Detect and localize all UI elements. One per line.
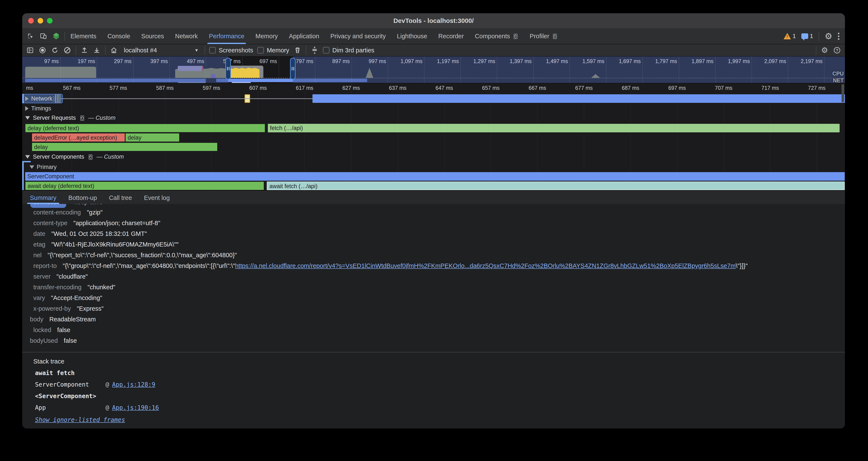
tab-console[interactable]: Console — [102, 28, 135, 44]
help-icon[interactable]: ? — [833, 46, 841, 54]
flame-bar[interactable] — [312, 94, 845, 103]
details-tab-call-tree[interactable]: Call tree — [104, 192, 137, 204]
flame-bar[interactable]: fetch (…/api) — [268, 124, 840, 132]
tab-label: Sources — [141, 33, 164, 40]
property-key: transfer-encoding — [33, 282, 82, 292]
details-tab-event-log[interactable]: Event log — [139, 192, 175, 204]
property-row-content-encoding[interactable]: content-encoding"gzip" — [22, 207, 845, 218]
timeline-overview[interactable]: 97 ms197 ms297 ms397 ms497 ms597 ms697 m… — [22, 56, 845, 83]
property-row-vary[interactable]: vary"Accept-Encoding" — [22, 292, 845, 303]
tab-recorder[interactable]: Recorder — [433, 28, 469, 44]
overview-right-handle[interactable] — [290, 58, 296, 80]
inspect-element-icon[interactable] — [27, 32, 35, 40]
tab-privacy-and-security[interactable]: Privacy and security — [325, 28, 392, 44]
settings-gear-icon[interactable]: ⚙ — [825, 32, 832, 40]
tab-label: Application — [289, 33, 319, 40]
tab-network[interactable]: Network — [169, 28, 203, 44]
details-tabbar: SummaryBottom-upCall treeEvent log — [22, 191, 845, 204]
dim-3rd-parties-checkbox[interactable]: Dim 3rd parties — [323, 47, 374, 54]
property-value: false — [64, 335, 77, 346]
performance-toolbar: localhost #4 ▼ Screenshots Memory Dim 3 — [22, 44, 845, 56]
property-row-server[interactable]: server"cloudflare" — [22, 271, 845, 282]
flame-bar[interactable]: delay (deferred text) — [25, 124, 265, 132]
property-row-nel[interactable]: nel"{\"report_to\":\"cf-nel\",\"success_… — [22, 250, 845, 260]
network-track-label[interactable]: Network — [25, 95, 52, 102]
property-row-date[interactable]: date"Wed, 01 Oct 2025 18:32:01 GMT" — [22, 228, 845, 239]
stack-frame-source-link[interactable]: App.js:190:16 — [112, 404, 159, 411]
overview-tick-label: 97 ms — [44, 58, 60, 64]
panel-settings-gear-icon[interactable]: ⚙ — [820, 46, 829, 54]
server-components-header-label[interactable]: Server Components— Custom — [25, 153, 124, 160]
extension-gem-icon[interactable] — [52, 32, 60, 40]
property-row-content-type[interactable]: content-type"application/json; charset=u… — [22, 218, 845, 228]
server-requests-header-label[interactable]: Server Requests— Custom — [25, 115, 116, 121]
ruler-tick-label: 597 ms — [203, 85, 220, 91]
tab-application[interactable]: Application — [283, 28, 325, 44]
profile-history-select[interactable]: localhost #4 ▼ — [122, 47, 200, 54]
flame-scrollbar-thumb[interactable] — [841, 84, 844, 103]
property-value: "gzip" — [87, 207, 103, 218]
toolbar-divider-5 — [816, 46, 816, 55]
issues-warning[interactable]: ! 1 — [784, 33, 796, 39]
property-row-bodyused[interactable]: bodyUsedfalse — [22, 335, 845, 346]
tab-sources[interactable]: Sources — [135, 28, 169, 44]
live-metrics-home-icon[interactable] — [110, 46, 118, 54]
property-key: x-powered-by — [33, 303, 71, 314]
console-messages[interactable]: 1 — [801, 33, 813, 39]
overview-gridline — [206, 56, 206, 83]
devtools-window: DevTools - localhost:3000/ ElementsConso… — [22, 13, 845, 429]
chat-count: 1 — [810, 33, 813, 39]
tab-components[interactable]: Components — [469, 28, 524, 44]
ruler-tick-label: 647 ms — [435, 85, 453, 91]
screenshots-checkbox-box — [209, 47, 216, 54]
stack-frame-function: App — [35, 404, 105, 411]
show-ignore-listed-frames-link[interactable]: Show ignore-listed frames — [22, 413, 845, 423]
flame-bar[interactable]: await delay (deferred text) — [25, 181, 264, 190]
more-options-icon[interactable] — [838, 33, 839, 40]
stack-frame-at: @ — [105, 404, 109, 411]
device-toolbar-icon[interactable] — [39, 32, 48, 40]
tab-performance[interactable]: Performance — [203, 28, 250, 44]
tab-memory[interactable]: Memory — [250, 28, 283, 44]
flame-bar[interactable]: delayedError (…ayed exception) — [32, 133, 125, 142]
clear-icon[interactable] — [63, 46, 71, 54]
tab-elements[interactable]: Elements — [65, 28, 102, 44]
primary-subtrack-label[interactable]: Primary — [29, 164, 57, 170]
flame-bar[interactable]: delay — [32, 143, 218, 151]
tab-lighthouse[interactable]: Lighthouse — [391, 28, 433, 44]
record-and-reload-icon[interactable] — [51, 46, 59, 54]
details-tab-summary[interactable]: Summary — [25, 192, 62, 204]
property-row-body[interactable]: bodyReadableStream — [22, 314, 845, 324]
timings-track-label[interactable]: Timings — [25, 105, 51, 112]
flame-bar[interactable]: ServerComponent — [25, 172, 845, 181]
overview-gridline — [279, 56, 279, 83]
property-row-etag[interactable]: etag"W/\"4b1-RjEJloX9kRinu6F0MAZMmy6E5iA… — [22, 239, 845, 250]
overview-gridline — [497, 56, 497, 83]
flame-bar[interactable]: delay — [125, 133, 179, 142]
property-row-report-to[interactable]: report-to"{\"group\":\"cf-nel\",\"max_ag… — [22, 260, 845, 271]
property-row-locked[interactable]: lockedfalse — [22, 324, 845, 335]
toolbar-divider-3 — [205, 46, 205, 55]
load-profile-icon[interactable] — [80, 46, 88, 54]
overview-left-handle[interactable] — [225, 58, 231, 80]
desktop-backdrop: DevTools - localhost:3000/ ElementsConso… — [0, 0, 868, 461]
details-tab-bottom-up[interactable]: Bottom-up — [63, 192, 102, 204]
flame-bar-selected[interactable]: await fetch (…/api) — [267, 181, 844, 190]
property-row-x-powered-by[interactable]: x-powered-by"Express" — [22, 303, 845, 314]
save-profile-icon[interactable] — [93, 46, 101, 54]
record-icon[interactable] — [38, 46, 46, 54]
property-row-connection[interactable]: connection"keep-alive" — [22, 204, 845, 207]
collect-garbage-icon[interactable] — [293, 46, 302, 54]
memory-checkbox[interactable]: Memory — [257, 47, 289, 54]
report-endpoint-link[interactable]: https://a.nel.cloudflare.com/report/v4?s… — [235, 262, 736, 269]
tab-profiler[interactable]: Profiler — [524, 28, 563, 44]
tab-label: Privacy and security — [331, 33, 386, 40]
toggle-panel-icon[interactable] — [26, 46, 34, 54]
property-row-transfer-encoding[interactable]: transfer-encoding"chunked" — [22, 282, 845, 292]
flame-chart[interactable]: ms567 ms577 ms587 ms597 ms607 ms617 ms62… — [22, 83, 845, 191]
screenshots-checkbox[interactable]: Screenshots — [209, 47, 253, 54]
primary-subtrack-row: Primary — [22, 162, 845, 172]
stack-frame-source-link[interactable]: App.js:128:9 — [112, 381, 155, 388]
server-components-row-2: await delay (deferred text)await fetch (… — [22, 181, 845, 191]
capture-settings-icon[interactable] — [311, 46, 319, 54]
